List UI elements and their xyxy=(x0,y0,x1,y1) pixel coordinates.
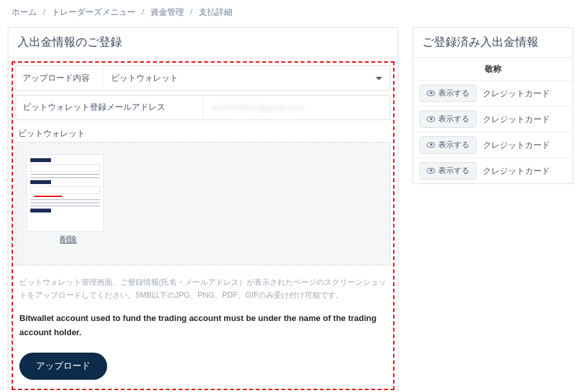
registered-item-label: クレジットカード xyxy=(483,88,550,99)
breadcrumb-funds[interactable]: 資金管理 xyxy=(150,7,184,17)
show-button-label: 表示する xyxy=(438,114,469,125)
uploaded-file[interactable]: 削除 xyxy=(26,154,110,245)
registered-row: 表示する クレジットカード xyxy=(413,132,573,158)
upload-dropzone[interactable]: 削除 xyxy=(15,142,391,265)
eye-icon xyxy=(427,168,435,174)
registered-item-label: クレジットカード xyxy=(483,139,550,151)
eye-icon xyxy=(427,90,435,96)
upload-button[interactable]: アップロード xyxy=(19,353,107,380)
upload-help-text: ビットウォレット管理画面、ご登録情報(氏名・メールアドレス）が表示されたページの… xyxy=(15,265,391,305)
highlighted-form-area: アップロード内容 ビットウォレット ビットウォレット登録メールアドレス ab47… xyxy=(12,61,394,390)
show-button[interactable]: 表示する xyxy=(420,162,476,180)
show-button[interactable]: 表示する xyxy=(420,136,476,154)
chevron-down-icon xyxy=(376,77,382,80)
registered-column-header: 敬称 xyxy=(413,58,573,80)
show-button[interactable]: 表示する xyxy=(420,110,476,128)
show-button-label: 表示する xyxy=(438,165,469,176)
eye-icon xyxy=(427,116,435,122)
upload-type-select[interactable]: ビットウォレット xyxy=(103,66,390,90)
email-value: ab47853961@gmail.com xyxy=(211,103,305,112)
registered-row: 表示する クレジットカード xyxy=(413,158,573,183)
registered-info-panel: ご登録済み入出金情報 敬称 表示する クレジットカード 表示する クレジットカー… xyxy=(413,27,573,184)
show-button[interactable]: 表示する xyxy=(420,85,476,102)
registered-item-label: クレジットカード xyxy=(483,165,550,177)
breadcrumb-home[interactable]: ホーム xyxy=(12,7,37,17)
email-value-cell: ab47853961@gmail.com xyxy=(203,96,390,119)
upload-section-label: ビットウォレット xyxy=(15,124,391,142)
panel-title: 入出金情報のご登録 xyxy=(8,28,398,58)
email-label: ビットウォレット登録メールアドレス xyxy=(16,96,203,119)
email-row: ビットウォレット登録メールアドレス ab47853961@gmail.com xyxy=(15,95,391,120)
show-button-label: 表示する xyxy=(438,139,469,150)
upload-type-row: アップロード内容 ビットウォレット xyxy=(15,65,391,91)
panel-title: ご登録済み入出金情報 xyxy=(413,28,573,58)
registration-form-panel: 入出金情報のご登録 アップロード内容 ビットウォレット ビットウォレット登録メー… xyxy=(8,27,398,392)
delete-file-link[interactable]: 削除 xyxy=(26,234,110,245)
breadcrumb-detail[interactable]: 支払詳細 xyxy=(199,7,232,17)
account-holder-warning: Bitwallet account used to fund the tradi… xyxy=(15,305,391,340)
show-button-label: 表示する xyxy=(438,88,469,99)
registered-item-label: クレジットカード xyxy=(483,114,550,125)
breadcrumb: ホーム / トレーダーズメニュー / 資金管理 / 支払詳細 xyxy=(0,0,581,27)
breadcrumb-sep: / xyxy=(190,7,192,17)
registered-row: 表示する クレジットカード xyxy=(413,106,573,132)
breadcrumb-menu[interactable]: トレーダーズメニュー xyxy=(52,7,136,17)
registered-row: 表示する クレジットカード xyxy=(413,80,573,106)
eye-icon xyxy=(427,142,435,148)
breadcrumb-sep: / xyxy=(43,7,46,17)
upload-type-value: ビットウォレット xyxy=(111,72,178,84)
file-thumbnail xyxy=(26,154,104,232)
upload-type-label: アップロード内容 xyxy=(16,66,103,90)
breadcrumb-sep: / xyxy=(142,7,145,17)
